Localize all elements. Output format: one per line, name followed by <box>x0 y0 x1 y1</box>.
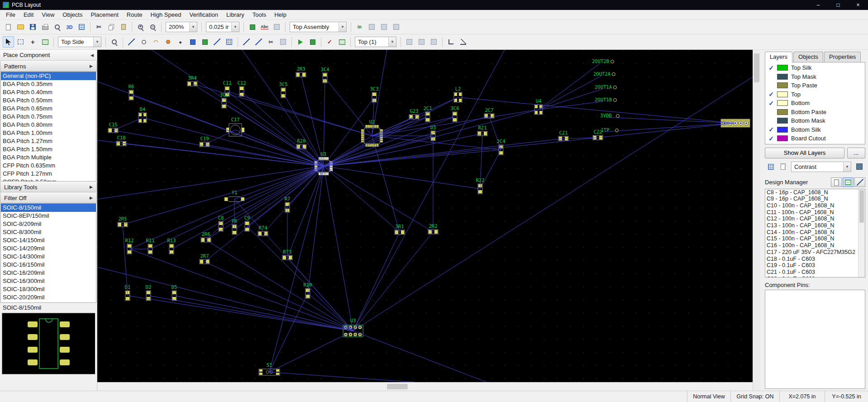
net-table-button[interactable] <box>336 36 348 48</box>
units-inch-button[interactable]: in <box>354 21 365 33</box>
measure-tool-button[interactable] <box>211 36 223 48</box>
zoom-in-button[interactable]: + <box>135 21 146 33</box>
export-board-button[interactable] <box>391 21 402 33</box>
component-list-scrollbar-thumb[interactable] <box>859 190 864 223</box>
layers-more-button[interactable]: ... <box>847 148 865 158</box>
pattern-item[interactable]: BGA Pitch 1.00mm <box>1 129 96 137</box>
pattern-item[interactable]: BGA Pitch 0.40mm <box>1 88 96 96</box>
grid-select-caret-icon[interactable]: ▼ <box>231 22 239 32</box>
place-via-button[interactable] <box>138 36 149 48</box>
dm-net-view-button[interactable] <box>854 177 865 187</box>
pattern-item[interactable]: CFP Pitch 1.27mm <box>1 170 96 178</box>
find-component-button[interactable] <box>109 36 120 48</box>
dm-pattern-view-button[interactable] <box>831 177 842 187</box>
design-manager-component[interactable]: C11 - 100n - CAP_1608_N <box>765 209 865 216</box>
footprint-item[interactable]: SOIC-14/300mil <box>1 253 96 261</box>
trace-width-button[interactable] <box>404 36 415 48</box>
layer-color-button[interactable] <box>854 161 865 172</box>
design-manager-component[interactable]: C18 - 0.1uF - C603 <box>765 256 865 263</box>
place-picture-button[interactable] <box>271 21 282 33</box>
layer-select[interactable]: Top (1)▼ <box>355 37 396 47</box>
print-button[interactable] <box>39 21 51 33</box>
design-manager-component[interactable]: C9 - 16p - CAP_1608_N <box>765 196 865 202</box>
footprint-item[interactable]: SOIC-14/150mil <box>1 236 96 244</box>
open-file-button[interactable] <box>15 21 26 33</box>
contrast-select[interactable]: Contrast ▼ <box>791 162 851 172</box>
layer-color-swatch[interactable] <box>777 65 788 71</box>
pattern-item[interactable]: General (non-IPC) <box>1 72 96 80</box>
design-manager-component[interactable]: C14 - 100n - CAP_1608_N <box>765 229 865 236</box>
footprint-item[interactable]: SOIC-20/209mil <box>1 293 96 302</box>
layer-visibility-checkbox[interactable]: ✓ <box>765 100 777 106</box>
pattern-item[interactable]: BGA Pitch 1.27mm <box>1 137 96 145</box>
contrast-caret-icon[interactable]: ▼ <box>843 162 851 172</box>
pattern-grid-button[interactable] <box>76 21 87 33</box>
footprint-item[interactable]: SOIC-16/209mil <box>1 269 96 277</box>
print-preview-button[interactable] <box>52 21 63 33</box>
footprint-item[interactable]: SOIC-8/209mil <box>1 220 96 228</box>
design-manager-component[interactable]: C12 - 100n - CAP_1608_N <box>765 215 865 222</box>
box-select-button[interactable] <box>15 36 26 48</box>
compare-layers-button[interactable] <box>378 21 390 33</box>
side-select[interactable]: Top Side▼ <box>58 37 101 47</box>
pattern-item[interactable]: BGA Pitch 0.35mm <box>1 80 96 88</box>
design-manager-component[interactable]: C13 - 100n - CAP_1608_N <box>765 222 865 229</box>
layer-color-swatch[interactable] <box>777 74 788 80</box>
cut-button[interactable]: ✂ <box>93 21 105 33</box>
abc-text-button[interactable]: Abc <box>259 21 270 33</box>
fill-area-button[interactable] <box>199 36 210 48</box>
place-circle-button[interactable]: ● <box>175 36 186 48</box>
horizontal-scrollbar-thumb[interactable] <box>387 384 408 389</box>
filter-header[interactable]: Filter Off ▶ <box>0 192 97 203</box>
tab-layers[interactable]: Layers <box>765 52 792 62</box>
pattern-item[interactable]: BGA Pitch 0.75mm <box>1 113 96 121</box>
layer-color-swatch[interactable] <box>777 127 788 133</box>
design-manager-component[interactable]: C21 - 0.1uF - C603 <box>765 269 865 276</box>
footprint-item[interactable]: SOIC-14/209mil <box>1 244 96 253</box>
maximize-button[interactable]: □ <box>828 0 848 10</box>
footprint-item[interactable]: SOIC-16/300mil <box>1 277 96 285</box>
layer-color-swatch[interactable] <box>777 135 788 141</box>
bus-route-button[interactable] <box>277 36 289 48</box>
add-layer-button[interactable] <box>765 161 777 172</box>
update-layers-button[interactable] <box>366 21 377 33</box>
menu-edit[interactable]: Edit <box>19 10 38 19</box>
pattern-item[interactable]: BGA Pitch 0.80mm <box>1 121 96 129</box>
patterns-section-header[interactable]: Patterns ▶ <box>0 61 97 72</box>
component-list-scrollbar[interactable] <box>858 189 865 277</box>
paste-button[interactable] <box>118 21 129 33</box>
route-manual-button[interactable] <box>241 36 252 48</box>
footprint-item[interactable]: SOIC-8/300mil <box>1 228 96 236</box>
table-grid-button[interactable] <box>224 36 235 48</box>
design-manager-component[interactable]: C17 - 220 uF 35V - AFC227M35G2 <box>765 249 865 256</box>
layer-visibility-checkbox[interactable]: ✓ <box>765 135 777 142</box>
collapse-panel-icon[interactable]: ◀ <box>91 53 94 57</box>
tab-properties[interactable]: Properties <box>824 52 861 62</box>
canvas-horizontal-scrollbar[interactable] <box>97 382 753 391</box>
minimize-button[interactable]: – <box>808 0 828 10</box>
layer-visibility-checkbox[interactable]: ✓ <box>765 65 777 71</box>
menu-route[interactable]: Route <box>123 10 147 19</box>
verify-drc-button[interactable]: ✓ <box>324 36 335 48</box>
layer-color-swatch[interactable] <box>777 100 788 106</box>
run-autoroute-button[interactable] <box>295 36 306 48</box>
canvas-vertical-scrollbar[interactable] <box>753 50 760 391</box>
footprint-item[interactable]: SOIC-18/300mil <box>1 285 96 293</box>
save-button[interactable] <box>27 21 38 33</box>
assembly-select[interactable]: Top Assembly▼ <box>290 22 347 32</box>
zoom-out-button[interactable]: − <box>147 21 158 33</box>
route-keepout-button[interactable] <box>247 21 258 33</box>
zoom-select-caret-icon[interactable]: ▼ <box>189 22 197 32</box>
show-all-layers-button[interactable]: Show All Layers <box>765 148 844 158</box>
menu-high-speed[interactable]: High Speed <box>147 10 186 19</box>
copy-button[interactable] <box>105 21 117 33</box>
tab-objects[interactable]: Objects <box>793 52 823 62</box>
zoom-select[interactable]: 200%▼ <box>166 22 197 32</box>
pcb-canvas[interactable]: 3R4R6C11C123C53C42R33C3L2G232C13C62C7U4R… <box>97 50 753 382</box>
origin-tool-button[interactable]: + <box>27 36 38 48</box>
stop-route-button[interactable] <box>307 36 318 48</box>
layer-visibility-checkbox[interactable]: ✓ <box>765 91 777 97</box>
align-traces-button[interactable] <box>416 36 427 48</box>
menu-file[interactable]: File <box>2 10 19 19</box>
footprint-item[interactable]: SOIC-8/150mil <box>1 204 96 212</box>
